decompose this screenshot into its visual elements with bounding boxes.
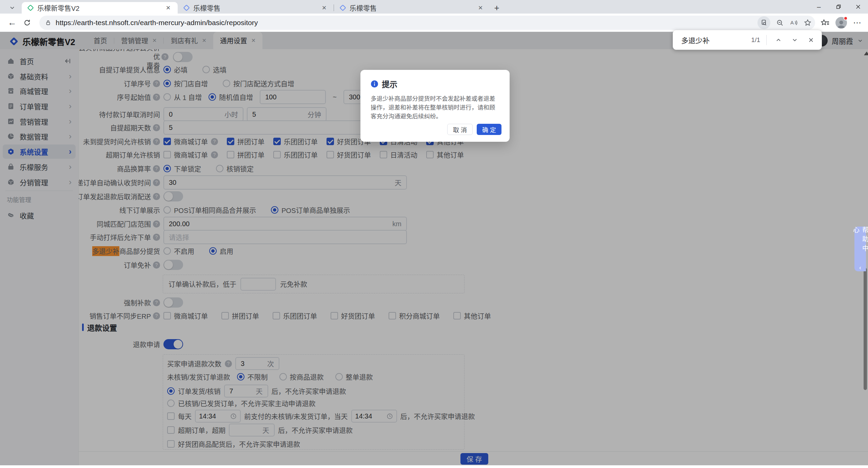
tab-close-icon[interactable]: ✕ [164, 4, 172, 12]
dialog-title-row: 提示 [371, 78, 499, 90]
address-bar-icons: A [757, 16, 812, 29]
chevron-left-icon: ‹ [859, 264, 861, 271]
favorites-bar-icon[interactable] [821, 19, 829, 27]
window-bottom-edge [0, 465, 868, 468]
tab-close-icon[interactable]: ✕ [320, 4, 328, 12]
browser-profile-button[interactable] [835, 17, 847, 28]
find-in-page-bar: 多退少补 1/1 [673, 30, 822, 50]
person-icon [836, 19, 846, 28]
chevron-down-icon [9, 4, 16, 11]
favorite-star-icon[interactable] [804, 19, 812, 27]
dialog-body: 多退少补商品部分提货时不会发起补差或者退差操作，退差和补差将在整单核销时进行，请… [371, 94, 500, 121]
tab-title: 乐檬零售 [193, 3, 317, 13]
browser-tab-2[interactable]: 乐檬零售 ✕ [178, 2, 334, 14]
chevron-down-icon [791, 37, 798, 43]
back-button[interactable]: ← [7, 17, 18, 28]
favicon-diamond-icon [27, 4, 34, 11]
window-close-button[interactable] [848, 0, 868, 14]
cancel-button[interactable]: 取 消 [447, 124, 473, 135]
browser-tab-strip: 乐檬新零售V2 ✕ 乐檬零售 ✕ 乐檬零售 ✕ + – [0, 0, 868, 14]
window-minimize-button[interactable]: – [809, 0, 829, 14]
refresh-button[interactable] [23, 19, 34, 27]
find-previous-button[interactable] [773, 34, 784, 46]
lock-icon [45, 19, 52, 26]
notification-dot [844, 16, 848, 20]
browser-toolbar: ← https://earth-test.nhsoft.cn/earth-mer… [0, 14, 868, 32]
dialog-buttons: 取 消 确 定 [447, 124, 501, 135]
find-match-count: 1/1 [751, 36, 760, 44]
read-aloud-icon[interactable]: A [789, 19, 798, 27]
close-icon [808, 37, 814, 43]
refresh-icon [23, 19, 31, 27]
browser-tab-1[interactable]: 乐檬新零售V2 ✕ [22, 2, 178, 14]
restore-icon [835, 4, 842, 10]
screen: 乐檬新零售V2 ✕ 乐檬零售 ✕ 乐檬零售 ✕ + – ← [0, 0, 868, 468]
find-bar-divider [766, 35, 767, 45]
tab-title: 乐檬零售 [350, 3, 473, 13]
browser-menu-button[interactable]: ⋯ [853, 18, 861, 27]
tab-close-icon[interactable]: ✕ [476, 4, 485, 12]
find-close-button[interactable] [805, 34, 817, 46]
tab-title: 乐檬新零售V2 [37, 3, 161, 13]
help-center-label: 帮助中心 [851, 227, 868, 262]
chevron-up-icon [775, 37, 782, 43]
close-icon [855, 4, 861, 10]
url-text[interactable]: https://earth-test.nhsoft.cn/earth-mercu… [56, 19, 753, 27]
favicon-diamond-icon [183, 4, 190, 11]
find-on-page-button[interactable] [757, 16, 770, 29]
find-query-input[interactable]: 多退少补 [681, 35, 747, 45]
favicon-diamond-icon [339, 4, 346, 11]
tab-search-button[interactable] [5, 2, 20, 14]
confirm-button[interactable]: 确 定 [477, 124, 501, 135]
svg-text:A: A [790, 20, 794, 25]
browser-tab-3[interactable]: 乐檬零售 ✕ [334, 2, 490, 14]
address-bar[interactable]: https://earth-test.nhsoft.cn/earth-mercu… [39, 16, 815, 30]
new-tab-button[interactable]: + [490, 2, 504, 14]
zoom-out-icon[interactable] [776, 19, 784, 27]
find-document-icon [760, 19, 768, 26]
window-restore-button[interactable] [829, 0, 848, 14]
find-next-button[interactable] [789, 34, 801, 46]
toolbar-right-icons: ⋯ [821, 17, 863, 28]
window-controls: – [809, 0, 868, 14]
confirm-dialog: 提示 多退少补商品部分提货时不会发起补差或者退差操作，退差和补差将在整单核销时进… [360, 70, 510, 142]
dialog-title: 提示 [382, 78, 397, 90]
info-icon [371, 80, 378, 88]
help-center-tab[interactable]: 帮助中心 ‹ [854, 227, 866, 271]
